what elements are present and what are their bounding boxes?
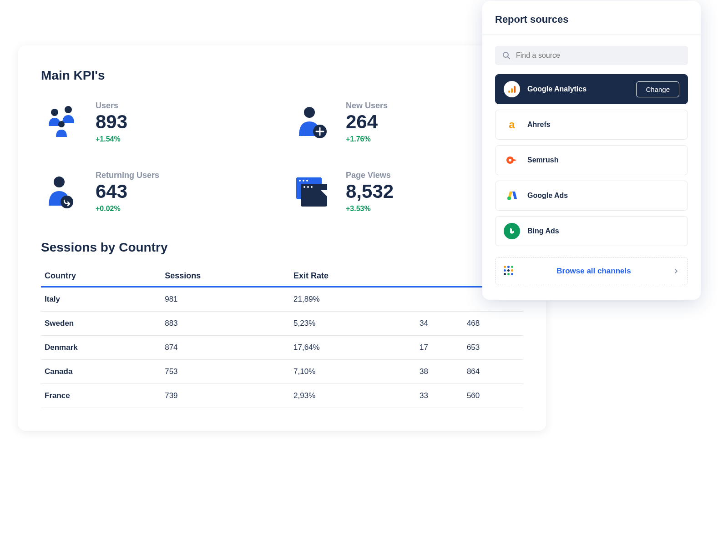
table-cell: 883: [161, 312, 290, 336]
svg-point-25: [507, 197, 511, 200]
table-header: [416, 266, 463, 287]
table-cell: [416, 287, 463, 312]
table-cell: 5,23%: [290, 312, 416, 336]
table-cell: Denmark: [41, 336, 161, 360]
dashboard-card: Main KPI's Users 893 +1.54%: [18, 45, 546, 431]
table-header: Country: [41, 266, 161, 287]
svg-text:a: a: [509, 118, 515, 131]
table-cell: 653: [463, 336, 523, 360]
report-sources-panel: Report sources Google AnalyticsChangeaAh…: [482, 1, 701, 300]
sidebar-title: Report sources: [495, 14, 688, 25]
table-cell: 7,10%: [290, 360, 416, 384]
svg-rect-21: [514, 86, 516, 93]
table-row: Canada7537,10%38864: [41, 360, 523, 384]
kpi-value: 643: [96, 182, 159, 201]
svg-point-1: [65, 106, 72, 113]
table-cell: France: [41, 384, 161, 408]
svg-point-16: [311, 186, 313, 188]
table-row: Denmark87417,64%17653: [41, 336, 523, 360]
kpi-label: New Users: [346, 101, 388, 111]
kpi-change: +1.76%: [346, 135, 388, 143]
table-row: France7392,93%33560: [41, 384, 523, 408]
source-item-google-analytics[interactable]: Google AnalyticsChange: [495, 74, 688, 104]
source-item-bing-ads[interactable]: Bing Ads: [495, 216, 688, 246]
kpi-grid: Users 893 +1.54% New Users 264 +1.76%: [41, 101, 523, 213]
svg-point-3: [304, 107, 315, 118]
svg-point-9: [299, 180, 301, 182]
table-cell: 864: [463, 360, 523, 384]
kpi-value: 893: [96, 112, 127, 131]
table-cell: 874: [161, 336, 290, 360]
sessions-section-title: Sessions by Country: [41, 240, 523, 255]
source-label: Ahrefs: [527, 121, 679, 129]
divider: [482, 35, 701, 35]
table-cell: 34: [416, 312, 463, 336]
search-input[interactable]: [516, 51, 681, 60]
svg-point-11: [306, 180, 308, 182]
table-cell: 560: [463, 384, 523, 408]
kpi-value: 264: [346, 112, 388, 131]
kpi-change: +1.54%: [96, 135, 127, 143]
table-cell: 33: [416, 384, 463, 408]
users-icon: [41, 102, 82, 143]
table-cell: 2,93%: [290, 384, 416, 408]
table-cell: 38: [416, 360, 463, 384]
returning-users-icon: [41, 172, 82, 212]
browse-all-channels-button[interactable]: Browse all channels: [495, 257, 688, 285]
svg-point-0: [51, 109, 58, 116]
table-cell: 739: [161, 384, 290, 408]
browse-label: Browse all channels: [522, 267, 666, 276]
svg-point-24: [509, 159, 511, 161]
table-cell: 17: [416, 336, 463, 360]
kpi-users: Users 893 +1.54%: [41, 101, 273, 143]
chevron-right-icon: [673, 268, 679, 274]
table-cell: 981: [161, 287, 290, 312]
svg-rect-19: [508, 91, 510, 93]
kpi-label: Returning Users: [96, 171, 159, 180]
table-cell: 753: [161, 360, 290, 384]
source-label: Google Ads: [527, 192, 679, 200]
table-cell: Italy: [41, 287, 161, 312]
kpi-change: +0.02%: [96, 205, 159, 213]
svg-point-14: [303, 186, 305, 188]
svg-point-15: [307, 186, 309, 188]
kpi-change: +3.53%: [346, 205, 394, 213]
table-cell: Sweden: [41, 312, 161, 336]
kpi-label: Page Views: [346, 171, 394, 180]
table-header: Sessions: [161, 266, 290, 287]
kpi-value: 8,532: [346, 182, 394, 201]
source-label: Google Analytics: [527, 85, 629, 93]
table-cell: 21,89%: [290, 287, 416, 312]
kpi-label: Users: [96, 101, 127, 111]
table-row: Italy98121,89%: [41, 287, 523, 312]
svg-point-6: [61, 196, 73, 208]
table-cell: 468: [463, 312, 523, 336]
source-item-ahrefs[interactable]: aAhrefs: [495, 110, 688, 140]
source-label: Bing Ads: [527, 227, 679, 235]
search-icon: [502, 51, 511, 60]
svg-point-10: [303, 180, 304, 182]
sessions-table: Country Sessions Exit Rate Italy98121,89…: [41, 266, 523, 408]
table-cell: Canada: [41, 360, 161, 384]
table-header: Exit Rate: [290, 266, 416, 287]
kpi-section-title: Main KPI's: [41, 68, 523, 83]
source-label: Semrush: [527, 156, 679, 164]
source-item-google-ads[interactable]: Google Ads: [495, 181, 688, 211]
table-cell: 17,64%: [290, 336, 416, 360]
svg-line-18: [508, 57, 510, 59]
new-users-icon: [291, 102, 332, 143]
grid-icon: [504, 266, 515, 277]
search-box[interactable]: [495, 46, 688, 65]
table-row: Sweden8835,23%34468: [41, 312, 523, 336]
svg-rect-20: [511, 88, 513, 93]
svg-point-2: [58, 121, 65, 127]
page-views-icon: [291, 172, 332, 212]
svg-point-5: [54, 177, 65, 187]
change-button[interactable]: Change: [636, 81, 679, 97]
source-item-semrush[interactable]: Semrush: [495, 145, 688, 175]
kpi-returning-users: Returning Users 643 +0.02%: [41, 171, 273, 213]
